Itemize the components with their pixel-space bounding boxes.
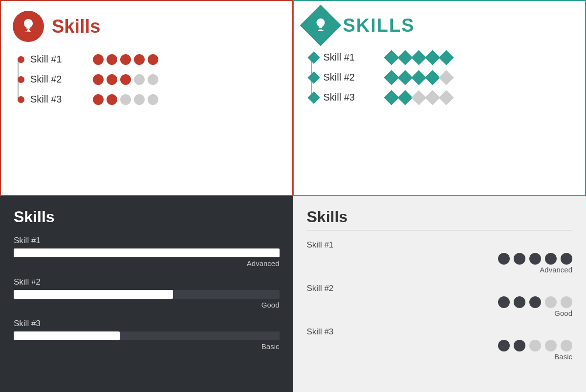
list-item: Skill #1 Advanced: [14, 236, 280, 268]
skills-diamond-icon: [300, 5, 341, 46]
list-item: Skill #3 Basic: [14, 319, 280, 351]
skill-name: Skill #3: [307, 327, 573, 337]
diamond-rating: [386, 72, 452, 83]
dot-filled: [529, 253, 541, 265]
dot-filled: [498, 296, 510, 308]
skill-level-label: Good: [307, 309, 573, 317]
dot-rating: [93, 74, 158, 85]
skills-diamond-icon-inner: [312, 17, 329, 34]
dot-filled: [514, 296, 525, 308]
dot-filled: [93, 74, 104, 85]
table-row: Skill #2: [324, 72, 574, 83]
dot-empty: [120, 94, 131, 105]
diamond-rating: [386, 52, 452, 63]
diam-filled: [411, 50, 426, 65]
dot-rating: [307, 296, 573, 308]
dot-filled: [148, 54, 158, 65]
skill-name: Skill #1: [307, 240, 573, 250]
panel2-header: SKILLS: [306, 11, 574, 40]
list-item: Skill #3 Basic: [307, 327, 573, 361]
bar-track: [14, 331, 280, 340]
skill-name: Skill #2: [30, 74, 89, 85]
dot-filled: [514, 340, 525, 351]
skill-level-label: Basic: [307, 352, 573, 361]
dot-empty: [561, 296, 572, 308]
bar-fill: [14, 248, 280, 257]
bar-fill: [14, 331, 120, 340]
dot-empty: [561, 340, 572, 351]
skill-level-label: Good: [14, 301, 280, 309]
marker-diamond: [307, 91, 320, 103]
diam-filled: [397, 90, 412, 105]
diam-filled: [411, 70, 426, 85]
skill-name: Skill #2: [307, 284, 573, 293]
svg-rect-1: [27, 29, 30, 30]
diam-filled: [397, 70, 412, 85]
bar-fill: [14, 290, 173, 299]
marker-dot: [18, 96, 24, 103]
panel-skills-teal: SKILLS Skill #1 Skill #2: [293, 0, 586, 196]
diam-empty: [411, 90, 426, 105]
dot-rating: [307, 340, 573, 351]
panel2-skills-list: Skill #1 Skill #2 Skill #3: [306, 52, 574, 103]
panel2-title: SKILLS: [343, 15, 415, 36]
panel-skills-light: Skills Skill #1 Advanced Skill #2 Good S…: [293, 196, 586, 392]
svg-point-0: [26, 21, 31, 26]
list-item: Skill #2 Good: [14, 277, 280, 309]
dot-empty: [134, 94, 145, 105]
diamond-rating: [386, 92, 452, 103]
svg-rect-2: [27, 30, 30, 31]
panel1-title: Skills: [52, 16, 100, 37]
diam-filled: [425, 50, 440, 65]
skills-svg-icon: [312, 17, 329, 34]
dot-filled: [93, 54, 104, 65]
skill-level-label: Basic: [14, 342, 280, 351]
diam-filled: [384, 50, 399, 65]
bar-track: [14, 248, 280, 257]
marker-dot: [18, 56, 24, 63]
dot-filled: [107, 94, 117, 105]
table-row: Skill #3: [30, 94, 281, 105]
diam-filled: [425, 70, 440, 85]
diam-filled: [384, 90, 399, 105]
skill-name: Skill #3: [324, 92, 382, 103]
dot-filled: [529, 296, 541, 308]
dot-empty: [148, 74, 158, 85]
dot-filled: [514, 253, 525, 265]
dot-empty: [148, 94, 158, 105]
skill-name: Skill #1: [324, 52, 382, 63]
list-item: Skill #1 Advanced: [307, 240, 573, 274]
panel1-skills-list: Skill #1 Skill #2 Skill #3: [13, 54, 281, 105]
dot-empty: [545, 340, 557, 351]
marker-diamond: [307, 71, 320, 83]
dot-filled: [93, 94, 104, 105]
panel-skills-dark: Skills Skill #1 Advanced Skill #2 Good S…: [0, 196, 293, 392]
bar-track: [14, 290, 280, 299]
marker-dot: [18, 76, 24, 83]
diam-filled: [397, 50, 412, 65]
diam-empty: [438, 70, 454, 85]
skill-level-label: Advanced: [14, 259, 280, 268]
dot-filled: [134, 54, 145, 65]
list-item: Skill #2 Good: [307, 284, 573, 317]
diam-filled: [384, 70, 399, 85]
skills-circle-icon: [13, 11, 44, 42]
table-row: Skill #1: [324, 52, 574, 63]
diam-filled: [438, 50, 454, 65]
panel-skills-red: Skills Skill #1 Skill #2: [0, 0, 293, 196]
table-row: Skill #1: [30, 54, 281, 65]
dot-filled: [107, 74, 117, 85]
panel3-title: Skills: [14, 208, 280, 226]
dot-rating: [307, 253, 573, 265]
skill-name: Skill #3: [14, 319, 280, 329]
panel4-title: Skills: [307, 208, 573, 230]
dot-rating: [93, 54, 158, 65]
svg-rect-4: [319, 27, 322, 28]
panel1-header: Skills: [13, 11, 281, 42]
svg-rect-5: [319, 29, 322, 29]
dot-filled: [107, 54, 117, 65]
diam-empty: [438, 90, 454, 105]
skill-name: Skill #1: [14, 236, 280, 246]
dot-filled: [498, 340, 510, 351]
dot-filled: [120, 74, 131, 85]
